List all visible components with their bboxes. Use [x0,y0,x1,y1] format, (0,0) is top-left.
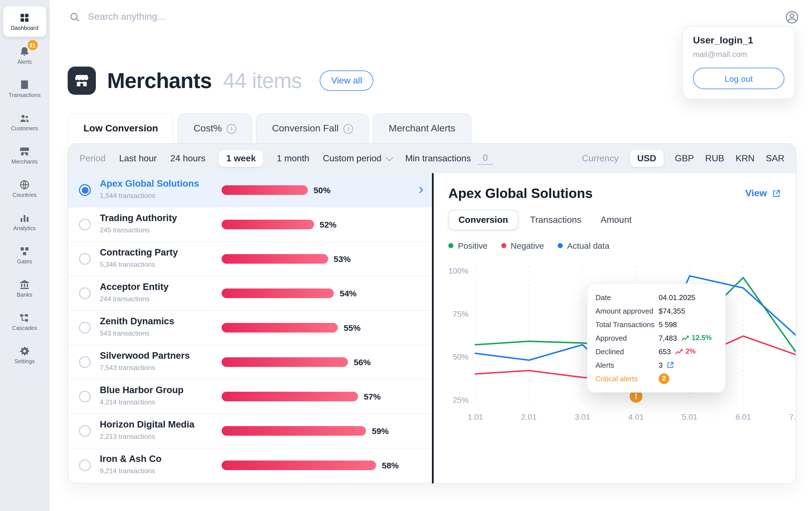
tooltip-value-text: 7,483 [659,334,677,342]
chart-legend: PositiveNegativeActual data [448,241,796,250]
tooltip-row: Date04.01.2025 [596,290,717,304]
sidebar-item-gates[interactable]: Gates [3,240,47,270]
merchant-transactions: 245 transactions [100,226,149,234]
detail-title: Apex Global Solutions [448,186,593,201]
sidebar-item-label: Gates [17,259,32,264]
tooltip-value: $74,355 [659,307,685,315]
tab-cost[interactable]: Cost%i [178,113,252,143]
sidebar-item-label: Merchants [11,159,37,165]
panel-content: Apex Global Solutions1,544 transactions5… [68,173,796,483]
gear-icon [19,345,30,357]
sidebar-item-cascades[interactable]: Cascades [3,306,47,337]
conversion-value: 52% [320,220,337,229]
conversion-bar [222,392,358,401]
detail-tab-amount[interactable]: Amount [593,210,639,230]
merchant-row[interactable]: Horizon Digital Media2,213 transactions5… [68,414,432,448]
sidebar-item-dashboard[interactable]: Dashboard [3,6,47,37]
tooltip-value-text: 5 598 [659,320,677,329]
merchants-panel: Period Last hour24 hours1 week1 month Cu… [68,143,796,484]
tooltip-label: Approved [596,334,659,342]
items-count: 44 items [223,68,302,93]
currency-option-krn[interactable]: KRN [735,153,755,164]
merchant-row[interactable]: Silverwood Partners7,543 transactions56% [68,345,432,379]
conversion-value: 55% [344,323,360,333]
merchant-row[interactable]: Iron & Ash Co9,214 transactions58% [68,448,432,483]
merchant-row[interactable]: Contracting Party5,346 transactions53% [68,242,432,276]
info-icon: i [227,124,236,133]
merchant-row[interactable]: Blue Harbor Group4,214 transactions57% [68,379,432,414]
conversion-bar [222,323,338,333]
sidebar-item-countries[interactable]: Countries [3,173,47,204]
sidebar-item-merchants[interactable]: Merchants [3,140,47,170]
view-merchant-link[interactable]: View [745,188,781,199]
sidebar-item-customers[interactable]: Customers [3,107,47,137]
svg-text:4.01: 4.01 [629,413,644,421]
merchant-transactions: 2,213 transactions [100,433,155,441]
tab-conversion-fall[interactable]: Conversion Falli [256,113,369,143]
merchant-radio[interactable] [79,459,91,471]
currency-option-gbp[interactable]: GBP [675,153,694,164]
merchant-row[interactable]: Zenith Dynamics543 transactions55% [68,311,432,345]
tab-merchant-alerts[interactable]: Merchant Alerts [373,113,471,143]
merchant-radio[interactable] [79,219,91,230]
merchant-transactions: 9,214 transactions [100,467,155,475]
merchant-transactions: 543 transactions [100,330,149,337]
tab-label: Conversion Fall [272,123,339,134]
merchant-radio[interactable] [79,425,91,437]
tooltip-value: 6532% [659,347,696,356]
currency-option-rub[interactable]: RUB [705,153,724,164]
view-all-button[interactable]: View all [320,70,373,91]
conversion-bar [222,185,308,195]
merchant-transactions: 4,214 transactions [100,398,155,406]
merchant-row[interactable]: Acceptor Entity244 transactions54% [68,276,432,311]
sidebar-item-label: Analytics [13,226,36,231]
period-option-last-hour[interactable]: Last hour [119,153,157,164]
conversion-bar-track: 54% [222,288,422,298]
merchant-transactions: 244 transactions [100,295,149,303]
info-icon: i [344,124,353,133]
trend-value: 12.5% [692,334,712,342]
min-transactions-input[interactable]: 0 [477,152,493,164]
tab-low-conversion[interactable]: Low Conversion [68,113,174,143]
merchant-name: Apex Global Solutions [100,178,199,189]
period-option-1-month[interactable]: 1 month [277,153,309,164]
avatar-button[interactable] [784,9,800,25]
merchant-radio[interactable] [79,253,91,265]
period-option-1-week[interactable]: 1 week [219,150,263,167]
sidebar-item-banks[interactable]: Banks [3,273,47,304]
merchant-name: Blue Harbor Group [100,385,183,395]
sidebar-item-label: Customers [11,126,38,132]
filter-bar: Period Last hour24 hours1 week1 month Cu… [68,144,796,173]
chart-tooltip: Date04.01.2025Amount approved$74,355Tota… [587,283,726,393]
sidebar-item-label: Cascades [12,325,37,331]
conversion-bar [222,220,314,229]
conversion-bar-track: 56% [222,357,422,367]
merchant-radio[interactable] [79,391,91,402]
custom-period-dropdown[interactable]: Custom period [323,153,392,164]
currency-label: Currency [582,153,618,164]
merchant-radio[interactable] [79,322,91,334]
detail-tab-conversion[interactable]: Conversion [448,210,518,230]
merchant-row[interactable]: Apex Global Solutions1,544 transactions5… [68,173,432,207]
search-input[interactable] [87,11,331,23]
merchant-row[interactable]: Trading Authority245 transactions52% [68,207,432,242]
currency-option-usd[interactable]: USD [630,150,664,167]
sidebar-item-settings[interactable]: Settings [3,340,47,370]
merchant-radio[interactable] [79,287,91,299]
merchant-radio[interactable] [79,184,91,196]
currency-option-sar[interactable]: SAR [766,153,784,164]
detail-tab-transactions[interactable]: Transactions [523,210,589,230]
detail-tabs: ConversionTransactionsAmount [448,210,796,230]
legend-label: Negative [511,241,544,250]
sidebar-item-transactions[interactable]: Transactions [3,73,47,104]
sidebar-item-alerts[interactable]: 31Alerts [3,40,47,70]
logout-button[interactable]: Log out [693,68,784,89]
merchant-transactions: 7,543 transactions [100,364,155,372]
share-icon[interactable] [667,361,674,369]
user-login: User_login_1 [693,35,784,46]
conversion-bar [222,357,348,367]
sidebar-item-analytics[interactable]: Analytics [3,206,47,237]
period-option-24-hours[interactable]: 24 hours [170,153,206,164]
tooltip-row: Approved7,48312.5% [596,331,717,345]
merchant-radio[interactable] [79,356,91,368]
